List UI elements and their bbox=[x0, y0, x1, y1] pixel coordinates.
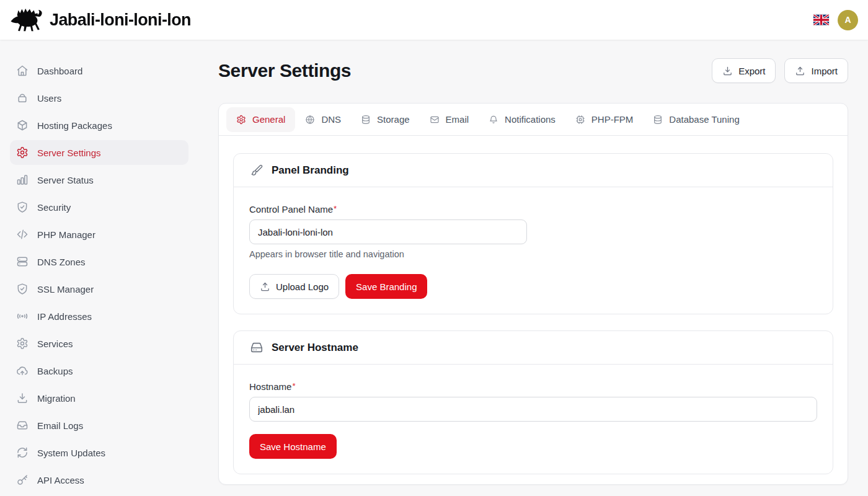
save-branding-button[interactable]: Save Branding bbox=[345, 274, 427, 299]
settings-cards-area: Panel BrandingControl Panel Name*Appears… bbox=[219, 136, 848, 474]
sidebar-item-security[interactable]: Security bbox=[10, 195, 188, 219]
hard-drive-icon bbox=[250, 341, 264, 355]
card-header: Server Hostname bbox=[234, 331, 833, 365]
tab-storage[interactable]: Storage bbox=[351, 107, 420, 132]
sidebar-item-php-manager[interactable]: PHP Manager bbox=[10, 222, 188, 247]
import-button[interactable]: Import bbox=[784, 58, 848, 83]
field-label-text: Control Panel Name bbox=[249, 204, 333, 215]
tab-general[interactable]: General bbox=[226, 107, 295, 132]
tab-php-fpm[interactable]: PHP-FPM bbox=[565, 107, 644, 132]
card-body: Hostname*Save Hostname bbox=[234, 365, 833, 474]
sidebar-item-label: Services bbox=[37, 339, 73, 349]
button-label: Save Hostname bbox=[260, 441, 326, 452]
gear-icon bbox=[16, 337, 29, 350]
sidebar-item-label: SSL Manager bbox=[37, 284, 94, 294]
package-icon bbox=[16, 119, 29, 131]
sidebar-item-dns-zones[interactable]: DNS Zones bbox=[10, 249, 188, 274]
sidebar-item-system-updates[interactable]: System Updates bbox=[10, 440, 188, 465]
app-header: Jabali-loni-loni-lon A bbox=[0, 0, 868, 40]
server-stack-icon bbox=[16, 255, 29, 268]
sidebar-item-label: Backups bbox=[37, 366, 73, 376]
card-title: Server Hostname bbox=[272, 342, 358, 354]
sidebar-item-label: API Access bbox=[37, 475, 84, 485]
sidebar-item-services[interactable]: Services bbox=[10, 331, 188, 356]
sidebar-item-label: Security bbox=[37, 202, 71, 213]
sidebar-item-migration[interactable]: Migration bbox=[10, 386, 188, 410]
required-asterisk: * bbox=[334, 204, 337, 213]
card-body: Control Panel Name*Appears in browser ti… bbox=[234, 187, 833, 314]
gear-icon bbox=[16, 146, 29, 159]
cloud-upload-icon bbox=[16, 365, 29, 377]
sidebar-nav: DashboardUsersHosting PackagesServer Set… bbox=[0, 40, 198, 496]
tab-bar: GeneralDNSStorageEmailNotificationsPHP-F… bbox=[219, 104, 848, 136]
save-hostname-button[interactable]: Save Hostname bbox=[249, 434, 337, 459]
tab-label: Notifications bbox=[505, 114, 556, 125]
sidebar-item-label: Server Status bbox=[37, 175, 94, 185]
sidebar-item-label: IP Addresses bbox=[37, 311, 92, 322]
sidebar-item-ssl-manager[interactable]: SSL Manager bbox=[10, 277, 188, 301]
sidebar-item-label: DNS Zones bbox=[37, 257, 86, 267]
sidebar-item-server-status[interactable]: Server Status bbox=[10, 167, 188, 192]
button-label: Export bbox=[738, 66, 765, 76]
bell-icon bbox=[489, 115, 498, 125]
page-title-row: Server Settings ExportImport bbox=[218, 58, 848, 83]
database-icon bbox=[361, 115, 371, 125]
upload-logo-button[interactable]: Upload Logo bbox=[249, 274, 339, 299]
tab-database-tuning[interactable]: Database Tuning bbox=[643, 107, 749, 132]
card-button-row: Save Hostname bbox=[249, 434, 817, 459]
sidebar-item-dashboard[interactable]: Dashboard bbox=[10, 58, 188, 83]
users-icon bbox=[16, 92, 29, 104]
settings-panel: GeneralDNSStorageEmailNotificationsPHP-F… bbox=[218, 103, 848, 485]
cpu-icon bbox=[575, 115, 585, 125]
sidebar-item-label: Hosting Packages bbox=[37, 120, 112, 131]
card-button-row: Upload LogoSave Branding bbox=[249, 274, 817, 299]
inbox-icon bbox=[16, 419, 29, 432]
sidebar-item-label: Users bbox=[37, 93, 61, 104]
code-icon bbox=[16, 228, 29, 241]
tab-notifications[interactable]: Notifications bbox=[479, 107, 565, 132]
sidebar-item-ip-addresses[interactable]: IP Addresses bbox=[10, 304, 188, 329]
tab-label: Storage bbox=[377, 114, 410, 125]
brand-title: Jabali-loni-loni-lon bbox=[50, 11, 191, 30]
upload-icon bbox=[260, 281, 270, 292]
export-button[interactable]: Export bbox=[712, 58, 776, 83]
mail-icon bbox=[430, 115, 440, 125]
sidebar-item-label: PHP Manager bbox=[37, 229, 95, 240]
tab-label: DNS bbox=[321, 114, 341, 125]
hostname-input[interactable] bbox=[249, 397, 817, 422]
refresh-icon bbox=[16, 446, 29, 459]
database-icon bbox=[653, 115, 663, 125]
user-avatar[interactable]: A bbox=[838, 10, 858, 30]
sidebar-item-server-settings[interactable]: Server Settings bbox=[10, 140, 188, 165]
tab-label: Database Tuning bbox=[669, 114, 739, 125]
bar-chart-icon bbox=[16, 174, 29, 186]
sidebar-item-label: Migration bbox=[37, 393, 76, 404]
sidebar-item-backups[interactable]: Backups bbox=[10, 358, 188, 383]
control-panel-name-input[interactable] bbox=[249, 219, 527, 244]
paintbrush-icon bbox=[250, 164, 264, 177]
sidebar-item-label: System Updates bbox=[37, 448, 105, 458]
home-icon bbox=[16, 64, 29, 77]
uk-flag-icon[interactable] bbox=[813, 14, 829, 25]
sidebar-item-api-access[interactable]: API Access bbox=[10, 467, 188, 492]
shield-check-icon bbox=[16, 283, 29, 295]
tab-label: Email bbox=[446, 114, 469, 125]
field-helper-text: Appears in browser title and navigation bbox=[249, 249, 817, 259]
tab-label: PHP-FPM bbox=[591, 114, 634, 125]
key-icon bbox=[16, 474, 29, 486]
required-asterisk: * bbox=[292, 381, 295, 391]
card-title: Panel Branding bbox=[272, 164, 349, 177]
server-hostname-card: Server HostnameHostname*Save Hostname bbox=[233, 330, 833, 474]
header-right-group: A bbox=[813, 10, 858, 30]
gear-icon bbox=[236, 115, 246, 125]
shield-check-icon bbox=[16, 201, 29, 213]
tab-dns[interactable]: DNS bbox=[295, 107, 351, 132]
sidebar-item-hosting-packages[interactable]: Hosting Packages bbox=[10, 113, 188, 138]
tab-label: General bbox=[252, 114, 285, 125]
boar-logo-icon bbox=[10, 6, 46, 33]
sidebar-item-email-logs[interactable]: Email Logs bbox=[10, 413, 188, 438]
tab-email[interactable]: Email bbox=[420, 107, 479, 132]
sidebar-item-label: Dashboard bbox=[37, 66, 82, 76]
sidebar-item-label: Server Settings bbox=[37, 148, 101, 158]
sidebar-item-users[interactable]: Users bbox=[10, 86, 188, 110]
